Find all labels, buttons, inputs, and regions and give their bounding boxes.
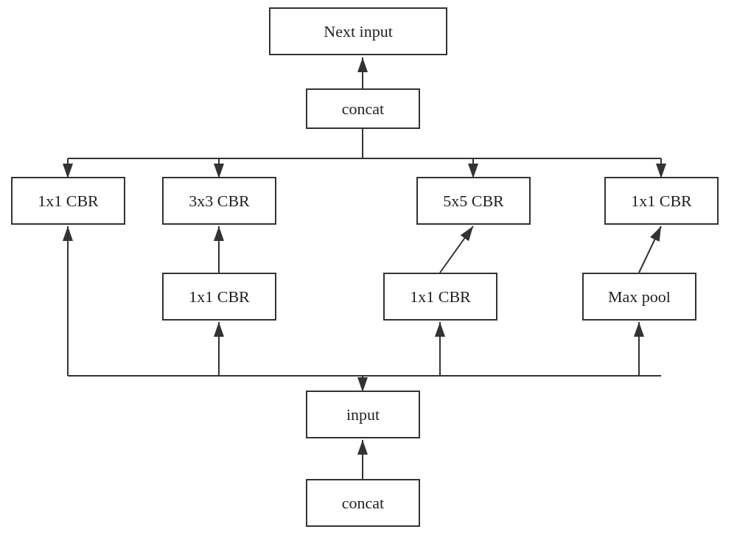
cbr-1x1-right-label: 1x1 CBR <box>631 192 692 211</box>
concat-top-box: concat <box>306 88 420 129</box>
cbr-1x1-mid-right-label: 1x1 CBR <box>410 287 471 307</box>
cbr-3x3-box: 3x3 CBR <box>162 177 276 225</box>
diagram: Next input concat 1x1 CBR 3x3 CBR 5x5 CB… <box>0 0 737 560</box>
cbr-5x5-label: 5x5 CBR <box>443 192 504 211</box>
next-input-box: Next input <box>269 7 447 55</box>
cbr-5x5-box: 5x5 CBR <box>416 177 531 225</box>
max-pool-box: Max pool <box>582 273 696 321</box>
cbr-1x1-left-box: 1x1 CBR <box>11 177 125 225</box>
concat-bottom-label: concat <box>342 494 384 513</box>
svg-line-9 <box>440 226 473 273</box>
concat-top-label: concat <box>342 99 384 119</box>
concat-bottom-box: concat <box>306 479 420 527</box>
cbr-3x3-label: 3x3 CBR <box>189 192 250 211</box>
input-box: input <box>306 391 420 438</box>
svg-line-10 <box>639 226 661 273</box>
cbr-1x1-mid-left-box: 1x1 CBR <box>162 273 276 321</box>
cbr-1x1-mid-right-box: 1x1 CBR <box>383 273 497 321</box>
cbr-1x1-right-box: 1x1 CBR <box>604 177 719 225</box>
next-input-label: Next input <box>324 22 393 41</box>
cbr-1x1-mid-left-label: 1x1 CBR <box>189 287 250 307</box>
input-label: input <box>346 405 380 424</box>
cbr-1x1-left-label: 1x1 CBR <box>38 192 99 211</box>
max-pool-label: Max pool <box>608 287 671 307</box>
